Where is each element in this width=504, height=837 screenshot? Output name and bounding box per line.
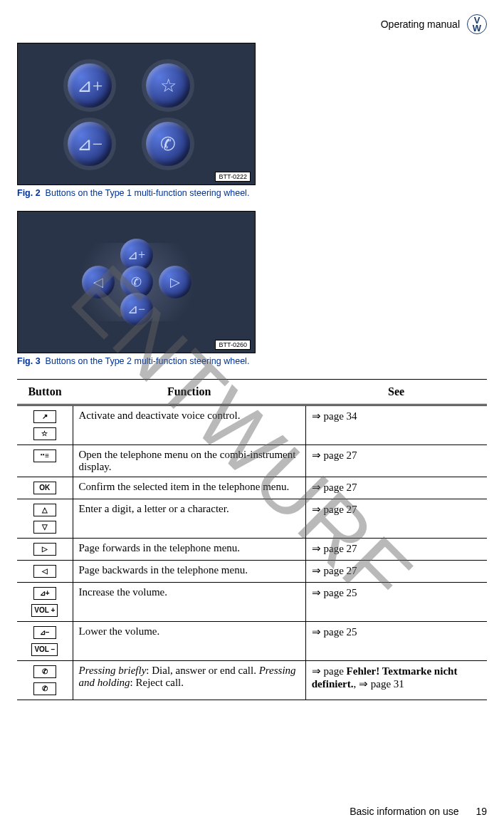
- figure-3-tag: BTT-0260: [215, 340, 251, 350]
- table-row: △▽Enter a digit, a letter or a character…: [17, 499, 487, 539]
- footer-section: Basic information on use: [350, 806, 458, 817]
- see-cell: ⇒ page 27: [305, 477, 487, 499]
- button-icon: ⊿+: [33, 587, 56, 600]
- table-row: ◁Page backwards in the telephone menu.⇒ …: [17, 561, 487, 583]
- function-cell: Increase the volume.: [73, 583, 305, 622]
- button-function-table: Button Function See ↗☆Activate and deact…: [17, 379, 487, 700]
- table-row: ✆✆Pressing briefly: Dial, answer or end …: [17, 661, 487, 700]
- figure-2-text: Buttons on the Type 1 multi-function ste…: [46, 188, 250, 198]
- header-title: Operating manual: [381, 19, 460, 30]
- button-icon: ☆: [33, 427, 56, 440]
- table-row: ⠒≡Open the telephone menu on the combi-i…: [17, 445, 487, 477]
- button-icon: ⠒≡: [33, 449, 56, 462]
- function-cell: Open the telephone menu on the combi-ins…: [73, 445, 305, 477]
- button-icon: ✆: [33, 665, 56, 678]
- button-icon: ▷: [33, 543, 56, 556]
- see-cell: ⇒ page 27: [305, 499, 487, 539]
- button-icon-cell: ↗☆: [17, 405, 73, 445]
- see-cell: ⇒ page 34: [305, 405, 487, 445]
- table-row: ▷Page forwards in the telephone menu.⇒ p…: [17, 539, 487, 561]
- button-icon: ⊿−: [33, 626, 56, 639]
- figure-2-image: ⊿+ ☆ ⊿− ✆ BTT-0222: [17, 43, 256, 185]
- th-button: Button: [17, 380, 73, 405]
- figure-2-caption: Fig. 2 Buttons on the Type 1 multi-funct…: [17, 188, 487, 198]
- function-cell: Page backwards in the telephone menu.: [73, 561, 305, 583]
- button-icon: ◁: [33, 565, 56, 578]
- button-icon-cell: ◁: [17, 561, 73, 583]
- th-see: See: [305, 380, 487, 405]
- button-icon: ✆: [33, 682, 56, 695]
- table-row: ↗☆Activate and deactivate voice control.…: [17, 405, 487, 445]
- see-cell: ⇒ page 25: [305, 583, 487, 622]
- figure-3-caption: Fig. 3 Buttons on the Type 2 multi-funct…: [17, 356, 487, 366]
- button-icon-cell: ▷: [17, 539, 73, 561]
- function-cell: Lower the volume.: [73, 622, 305, 661]
- see-cell: ⇒ page 27: [305, 445, 487, 477]
- function-cell: Page forwards in the telephone menu.: [73, 539, 305, 561]
- button-icon: ▽: [33, 521, 56, 534]
- see-cell: ⇒ page 25: [305, 622, 487, 661]
- page-header: Operating manual VW: [17, 14, 487, 34]
- see-cell: ⇒ page Fehler! Textmarke nicht definiert…: [305, 661, 487, 700]
- th-function: Function: [73, 380, 305, 405]
- button-icon: VOL +: [31, 604, 58, 617]
- figure-2-tag: BTT-0222: [215, 172, 251, 182]
- function-cell: Activate and deactivate voice control.: [73, 405, 305, 445]
- button-icon-cell: ⊿+VOL +: [17, 583, 73, 622]
- see-cell: ⇒ page 27: [305, 561, 487, 583]
- vw-logo-icon: VW: [467, 14, 487, 34]
- figure-2-label: Fig. 2: [17, 188, 41, 198]
- see-cell: ⇒ page 27: [305, 539, 487, 561]
- function-cell: Confirm the selected item in the telepho…: [73, 477, 305, 499]
- button-icon-cell: △▽: [17, 499, 73, 539]
- figure-3-text: Buttons on the Type 2 multi-function ste…: [46, 356, 250, 366]
- button-icon: ↗: [33, 410, 56, 423]
- button-icon: OK: [33, 482, 56, 494]
- function-cell: Enter a digit, a letter or a character.: [73, 499, 305, 539]
- figure-3-label: Fig. 3: [17, 356, 41, 366]
- button-icon: △: [33, 504, 56, 516]
- page-footer: Basic information on use 19: [350, 806, 487, 817]
- button-icon-cell: ⠒≡: [17, 445, 73, 477]
- button-icon-cell: ⊿−VOL –: [17, 622, 73, 661]
- table-row: OKConfirm the selected item in the telep…: [17, 477, 487, 499]
- table-row: ⊿+VOL +Increase the volume.⇒ page 25: [17, 583, 487, 622]
- figure-3-image: ⊿+ ◁ ✆ ▷ ⊿− BTT-0260: [17, 211, 256, 353]
- button-icon-cell: ✆✆: [17, 661, 73, 700]
- footer-page: 19: [476, 806, 487, 817]
- button-icon-cell: OK: [17, 477, 73, 499]
- table-row: ⊿−VOL –Lower the volume.⇒ page 25: [17, 622, 487, 661]
- function-cell: Pressing briefly: Dial, answer or end ca…: [73, 661, 305, 700]
- button-icon: VOL –: [31, 643, 58, 656]
